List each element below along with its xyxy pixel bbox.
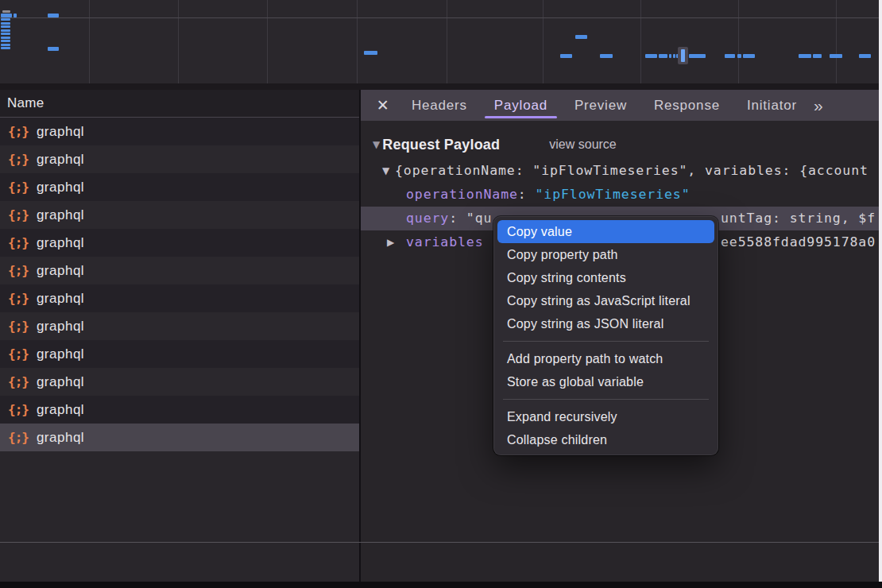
- request-bar[interactable]: [859, 54, 871, 58]
- collapsed-triangle-icon[interactable]: ▶: [387, 230, 395, 254]
- request-bar[interactable]: [689, 54, 706, 58]
- request-list: {;}graphql{;}graphql{;}graphql{;}graphql…: [0, 118, 359, 451]
- request-bar[interactable]: [673, 54, 675, 58]
- request-bar[interactable]: [1, 22, 10, 25]
- request-row[interactable]: {;}graphql: [0, 201, 359, 229]
- timeline-row-divider: [0, 17, 882, 18]
- request-bar[interactable]: [1, 14, 12, 17]
- menu-item-expand-recursively[interactable]: Expand recursively: [497, 405, 714, 428]
- request-name: graphql: [37, 124, 84, 140]
- request-bar[interactable]: [1, 33, 10, 35]
- request-row[interactable]: {;}graphql: [0, 312, 359, 340]
- request-name: graphql: [37, 346, 84, 362]
- json-string-value: "ipFlowTimeseries": [536, 187, 691, 202]
- request-bar[interactable]: [645, 54, 657, 58]
- more-tabs-icon[interactable]: »: [814, 96, 823, 115]
- overview-bottom-strip: [0, 83, 882, 90]
- menu-item-copy-string-contents[interactable]: Copy string contents: [497, 266, 714, 289]
- json-preview-text: {operationName: "ipFlowTimeseries", vari…: [395, 163, 868, 178]
- tree-row[interactable]: operationName: "ipFlowTimeseries": [361, 183, 882, 207]
- request-bar[interactable]: [725, 54, 735, 58]
- menu-item-collapse-children[interactable]: Collapse children: [497, 428, 714, 451]
- request-bar[interactable]: [659, 54, 667, 58]
- name-column-header[interactable]: Name: [0, 90, 359, 118]
- request-row[interactable]: {;}graphql: [0, 118, 359, 145]
- request-bar[interactable]: [1, 47, 10, 49]
- request-bar[interactable]: [1, 37, 10, 39]
- window-bottom-edge: [0, 582, 882, 588]
- json-braces-icon: {;}: [8, 207, 29, 222]
- request-bar[interactable]: [669, 54, 671, 58]
- expanded-triangle-icon[interactable]: ▼: [382, 159, 390, 183]
- request-bar[interactable]: [14, 14, 17, 17]
- json-preview-text: :: [518, 187, 536, 202]
- request-bar[interactable]: [48, 47, 59, 51]
- window-right-edge: [879, 0, 882, 588]
- request-bar[interactable]: [1, 29, 10, 32]
- collapse-triangle-icon[interactable]: ▼: [373, 139, 380, 150]
- tab-initiator[interactable]: Initiator: [733, 90, 810, 121]
- menu-item-copy-property-path[interactable]: Copy property path: [497, 243, 714, 266]
- tab-preview[interactable]: Preview: [561, 90, 640, 121]
- request-row[interactable]: {;}graphql: [0, 284, 359, 312]
- request-payload-section: ▼ Request Payload view source: [361, 130, 882, 159]
- name-column-label: Name: [7, 95, 44, 110]
- tree-row-text: query: "qu: [406, 207, 492, 230]
- json-preview-text: ee5588fdad995178a0: [721, 230, 876, 254]
- close-icon[interactable]: ✕: [371, 96, 395, 114]
- tree-row[interactable]: ▼{operationName: "ipFlowTimeseries", var…: [361, 159, 882, 183]
- request-bar[interactable]: [1, 44, 10, 46]
- request-row[interactable]: {;}graphql: [0, 173, 359, 201]
- request-bar[interactable]: [575, 35, 587, 39]
- timeline-gridline: [267, 0, 268, 83]
- json-braces-icon: {;}: [8, 402, 29, 417]
- request-row[interactable]: {;}graphql: [0, 424, 359, 451]
- network-overview[interactable]: [0, 0, 882, 83]
- request-bar[interactable]: [364, 51, 377, 55]
- request-payload-title: Request Payload: [382, 137, 500, 153]
- request-row[interactable]: {;}graphql: [0, 340, 359, 368]
- json-braces-icon: {;}: [8, 319, 29, 334]
- request-name: graphql: [37, 207, 84, 223]
- request-name: graphql: [37, 152, 84, 168]
- request-bar[interactable]: [799, 54, 811, 58]
- request-bar[interactable]: [48, 14, 59, 17]
- request-row[interactable]: {;}graphql: [0, 396, 359, 424]
- request-bar[interactable]: [600, 54, 613, 58]
- menu-item-copy-string-as-javascript-literal[interactable]: Copy string as JavaScript literal: [497, 289, 714, 312]
- request-row[interactable]: {;}graphql: [0, 145, 359, 173]
- json-braces-icon: {;}: [8, 263, 29, 278]
- request-bar[interactable]: [743, 54, 755, 58]
- menu-separator: [503, 341, 709, 342]
- json-key: operationName: [406, 187, 518, 202]
- details-tabbar: ✕ HeadersPayloadPreviewResponseInitiator…: [361, 90, 882, 121]
- request-name: graphql: [37, 374, 84, 390]
- menu-item-add-property-path-to-watch[interactable]: Add property path to watch: [497, 347, 714, 370]
- tab-payload[interactable]: Payload: [481, 90, 561, 121]
- request-name: graphql: [37, 235, 84, 251]
- request-name: graphql: [37, 180, 84, 195]
- request-row[interactable]: {;}graphql: [0, 229, 359, 257]
- tree-row-text: variables: [406, 230, 484, 254]
- json-braces-icon: {;}: [8, 346, 29, 362]
- view-source-link[interactable]: view source: [549, 137, 616, 152]
- request-bar[interactable]: [560, 54, 572, 58]
- tab-headers[interactable]: Headers: [398, 90, 481, 121]
- request-bar[interactable]: [1, 25, 10, 28]
- json-braces-icon: {;}: [8, 430, 29, 445]
- request-bar[interactable]: [737, 54, 741, 58]
- menu-item-copy-value[interactable]: Copy value: [497, 220, 714, 243]
- request-bar[interactable]: [813, 54, 822, 58]
- json-preview-text: :: [449, 211, 466, 226]
- request-row[interactable]: {;}graphql: [0, 368, 359, 396]
- request-bar[interactable]: [1, 40, 10, 42]
- menu-item-store-as-global-variable[interactable]: Store as global variable: [497, 370, 714, 393]
- request-row[interactable]: {;}graphql: [0, 257, 359, 284]
- request-bar[interactable]: [830, 54, 842, 58]
- request-bar[interactable]: [1, 18, 10, 21]
- json-key: query: [406, 211, 449, 226]
- menu-item-copy-string-as-json-literal[interactable]: Copy string as JSON literal: [497, 312, 714, 335]
- timeline-gridline: [89, 0, 90, 83]
- timeline-gridline: [357, 0, 358, 83]
- tab-response[interactable]: Response: [640, 90, 733, 121]
